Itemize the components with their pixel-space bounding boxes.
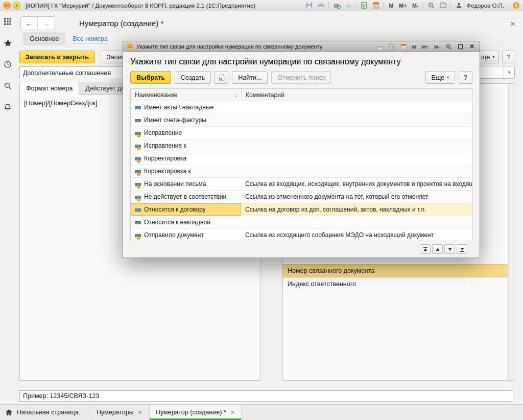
toolbar-separator xyxy=(508,2,508,9)
memory-m-minus-button[interactable]: M- xyxy=(433,44,441,50)
placeholder-label: Номер связанного документа xyxy=(288,267,375,274)
placeholder-item[interactable]: Номер связанного документа xyxy=(283,264,508,277)
placeholders-list: Номер связанного документаИндекс ответст… xyxy=(283,264,508,291)
placeholder-item[interactable]: Индекс ответственного xyxy=(283,277,508,291)
create-by-copy-button[interactable] xyxy=(215,71,228,84)
tab-format-nomera[interactable]: Формат номера xyxy=(19,82,79,95)
chevron-down-icon[interactable]: ▾ xyxy=(504,66,514,78)
tab-vse-nomera[interactable]: Все номера xyxy=(73,32,107,45)
column-comment[interactable]: Комментарий xyxy=(241,89,472,101)
close-icon[interactable]: ✕ xyxy=(138,409,142,416)
find-button[interactable]: Найти... xyxy=(232,71,268,84)
print-icon[interactable] xyxy=(376,42,384,51)
forward-button[interactable]: → xyxy=(38,17,55,30)
go-down-button[interactable] xyxy=(444,244,455,254)
favorites-star-icon[interactable] xyxy=(3,38,12,48)
save-and-close-button[interactable]: Записать и закрыть xyxy=(19,51,95,63)
memory-m-button[interactable]: M xyxy=(388,3,394,9)
open-windows-bar: Начальная страница Нумераторы ✕ Нумерато… xyxy=(0,404,523,420)
link-type-row[interactable]: Корректировка к xyxy=(131,165,472,178)
info-icon[interactable]: i xyxy=(512,2,520,10)
link-type-row[interactable]: Имеет счета-фактуры xyxy=(131,114,472,127)
memory-m-minus-button[interactable]: M- xyxy=(411,3,419,9)
calculator-icon[interactable] xyxy=(388,42,396,51)
home-page-tab[interactable]: Начальная страница xyxy=(0,405,86,420)
toolbar-separator xyxy=(450,2,451,9)
numerator-name-field[interactable] xyxy=(19,66,130,79)
link-type-comment xyxy=(241,139,472,152)
link-type-name: Корректировка xyxy=(144,155,186,162)
notifications-bell-icon[interactable] xyxy=(3,103,12,112)
tab-osnovnoe[interactable]: Основное xyxy=(23,32,65,45)
maximize-icon[interactable] xyxy=(456,42,464,51)
link-type-comment: Ссылка из исходящего сообщения МЭДО на и… xyxy=(241,229,472,241)
link-type-icon xyxy=(134,232,140,238)
save-icon[interactable] xyxy=(305,2,313,10)
memory-m-plus-button[interactable]: M+ xyxy=(398,3,408,9)
scrollbar[interactable] xyxy=(508,84,514,380)
link-type-row[interactable]: На основании письмаСсылка из входящих, и… xyxy=(131,178,472,191)
table-nav-buttons xyxy=(123,244,467,254)
zoom-icon[interactable] xyxy=(427,2,435,10)
link-type-row[interactable]: Имеет акты \ накладные xyxy=(131,101,472,114)
history-clock-icon[interactable] xyxy=(3,60,12,69)
go-up-button[interactable] xyxy=(432,244,443,254)
dialog-more-button[interactable]: Еще ▾ xyxy=(425,71,455,84)
app-title: [КОПИЯ] ГК "Меркурий" / Документооборот … xyxy=(26,3,255,9)
link-type-comment xyxy=(241,165,472,177)
back-button[interactable]: ← xyxy=(21,17,38,30)
print-icon[interactable] xyxy=(317,2,325,10)
home-icon xyxy=(5,409,13,416)
link-type-icon xyxy=(134,169,140,174)
close-form-icon[interactable]: ✕ xyxy=(510,20,516,28)
toolbar-separator xyxy=(423,2,423,9)
column-name[interactable]: Наименование ↓ xyxy=(131,91,241,99)
go-first-button[interactable] xyxy=(420,244,431,254)
close-icon[interactable]: ✕ xyxy=(468,42,476,51)
memory-m-button[interactable]: M xyxy=(411,44,417,50)
current-user[interactable]: Федоров О.П. xyxy=(466,3,504,9)
tab-vse-nomera-label: Все номера xyxy=(73,35,107,43)
sections-menu-icon[interactable] xyxy=(3,17,12,26)
print-preview-icon[interactable] xyxy=(344,2,352,10)
link-type-comment xyxy=(241,127,472,139)
link-type-comment xyxy=(241,152,472,165)
form-help-button[interactable]: ? xyxy=(502,51,515,63)
chevron-down-icon: ▾ xyxy=(492,55,494,59)
dialog-titlebar[interactable]: 1С Укажите тип связи для настройки нумер… xyxy=(123,41,480,52)
form-nav-tabs: Основное Все номера xyxy=(23,32,108,45)
calendar-icon[interactable]: 31 xyxy=(372,2,380,10)
create-button[interactable]: Создать xyxy=(175,71,211,84)
search-icon[interactable] xyxy=(3,81,12,90)
link-type-comment: Ссылка на договор из доп. соглашений, ак… xyxy=(241,203,472,216)
print-add-icon[interactable] xyxy=(332,2,341,10)
link-type-row[interactable]: Относится к договоруСсылка на договор из… xyxy=(131,203,472,216)
tab-numerator-sozdanie[interactable]: Нумератор (создание) * ✕ xyxy=(149,405,242,420)
go-last-button[interactable] xyxy=(457,244,467,254)
link-type-row[interactable]: Отправило документСсылка из исходящего с… xyxy=(131,229,472,241)
link-type-row[interactable]: Относится к накладной xyxy=(131,216,472,229)
zoom-icon[interactable] xyxy=(444,42,453,51)
main-menu-button[interactable]: ▾ xyxy=(13,2,20,9)
history-nav: ← → xyxy=(20,16,55,30)
calculator-icon[interactable] xyxy=(360,2,368,10)
copy-document-icon xyxy=(218,74,225,81)
select-button[interactable]: Выбрать xyxy=(130,71,171,84)
calendar-icon[interactable]: 31 xyxy=(399,42,408,51)
tab-numeratory[interactable]: Нумераторы ✕ xyxy=(90,405,149,420)
split-view-icon[interactable] xyxy=(439,2,447,10)
link-type-icon xyxy=(134,220,140,225)
link-type-row[interactable]: Не действует в соответствииСсылка из отм… xyxy=(131,191,472,203)
link-types-table: Наименование ↓ Комментарий Имеет акты \ … xyxy=(130,88,472,241)
link-type-comment xyxy=(241,114,472,126)
link-type-row[interactable]: Корректировка xyxy=(131,152,472,165)
link-type-row[interactable]: Исправление xyxy=(131,127,472,139)
link-type-row[interactable]: Исправление к xyxy=(131,139,472,152)
cancel-search-button[interactable]: Отменить поиск xyxy=(271,71,331,84)
dialog-help-button[interactable]: ? xyxy=(459,71,472,84)
dialog-title: Укажите тип связи для настройки нумераци… xyxy=(136,43,373,50)
memory-m-plus-button[interactable]: M+ xyxy=(420,44,429,50)
table-body: Имеет акты \ накладныеИмеет счета-фактур… xyxy=(131,101,472,241)
close-icon[interactable]: ✕ xyxy=(230,409,235,416)
form-combo-field[interactable]: ▾ xyxy=(475,66,515,79)
